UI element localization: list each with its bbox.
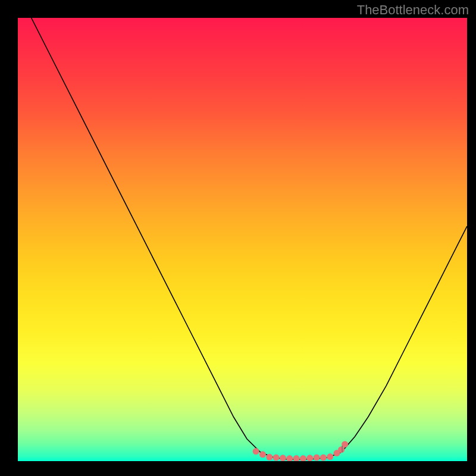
marker-dot bbox=[286, 455, 293, 461]
marker-dot bbox=[327, 453, 333, 460]
chart-area bbox=[18, 18, 467, 461]
watermark-text: TheBottleneck.com bbox=[357, 2, 469, 18]
marker-dot bbox=[306, 455, 313, 461]
marker-dot bbox=[314, 455, 320, 461]
marker-dot bbox=[300, 455, 306, 461]
marker-dot bbox=[338, 446, 345, 453]
bottom-markers-group bbox=[253, 441, 348, 461]
marker-dot bbox=[320, 455, 327, 461]
marker-dot bbox=[253, 448, 259, 455]
marker-dot bbox=[273, 455, 280, 461]
marker-dot bbox=[280, 455, 286, 461]
marker-dot bbox=[259, 451, 266, 458]
marker-dot bbox=[293, 455, 300, 461]
plot-svg bbox=[18, 18, 467, 461]
marker-dot bbox=[342, 441, 348, 447]
main-curve bbox=[32, 18, 467, 459]
marker-dot bbox=[266, 454, 273, 461]
